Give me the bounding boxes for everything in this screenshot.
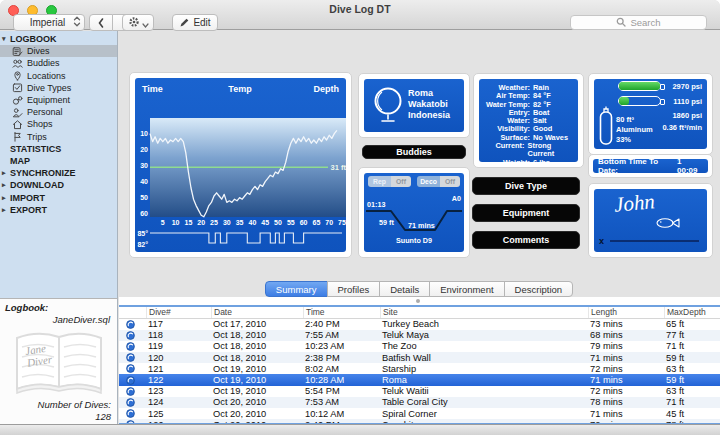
back-button[interactable]: [89, 14, 113, 31]
cell-site: The Zoo: [380, 341, 588, 351]
sidebar-item-dive-types[interactable]: Dive Types: [0, 82, 117, 94]
sidebar-item-trips[interactable]: Trips: [0, 131, 117, 143]
tab-summary[interactable]: Summary: [265, 281, 328, 297]
sidebar-item-buddies[interactable]: Buddies: [0, 57, 117, 69]
dive-icon: [119, 331, 146, 340]
tab-environment[interactable]: Environment: [429, 281, 504, 297]
sidebar-section-map[interactable]: MAP: [0, 155, 117, 167]
chart-label: 71 mins: [408, 221, 435, 230]
disclosure-triangle-icon[interactable]: ▾: [0, 33, 10, 45]
tank-start-pressure-bar: [618, 81, 661, 91]
deco-toggle[interactable]: Deco Off: [417, 176, 460, 187]
rep-on-segment[interactable]: Rep: [368, 176, 391, 187]
sidebar-section-export[interactable]: ▸EXPORT: [0, 204, 117, 216]
deco-on-segment[interactable]: Deco: [417, 176, 440, 187]
table-row[interactable]: 117Oct 17, 20102:40 PMTurkey Beach73 min…: [119, 319, 720, 330]
action-menu-button[interactable]: [122, 14, 154, 31]
dive-icon: [119, 409, 146, 418]
cell-time: 7:53 AM: [303, 397, 380, 407]
units-popup[interactable]: Imperial: [13, 14, 85, 31]
sidebar-section-statistics[interactable]: STATISTICS: [0, 143, 117, 155]
sidebar-item-label: Dive Types: [27, 83, 71, 93]
tab-description[interactable]: Description: [504, 281, 574, 297]
cell-length: 73 mins: [588, 319, 664, 329]
comments-button[interactable]: Comments: [472, 231, 580, 249]
tank-card[interactable]: 2970 psi 1110 psi 1860 psi 0.36 ft³/min …: [588, 73, 713, 155]
cell-length: 72 mins: [588, 364, 664, 374]
shops-icon: [12, 119, 24, 130]
bottom-time-label: Bottom Time To Date:: [598, 157, 677, 175]
weather-row: Current:Strong Current: [483, 142, 574, 159]
window-bottom-bar: [0, 424, 720, 435]
sidebar-item-shops[interactable]: Shops: [0, 118, 117, 130]
splitter-handle[interactable]: [416, 299, 420, 303]
bottom-time-card: Bottom Time To Date: 1 00:09: [588, 154, 713, 178]
equipment-button[interactable]: Equipment: [472, 204, 580, 222]
table-row[interactable]: 118Oct 18, 20107:55 AMTeluk Maya68 mins7…: [119, 330, 720, 341]
table-row[interactable]: 120Oct 18, 20102:38 PMBatfish Wall71 min…: [119, 352, 720, 363]
column-header-site[interactable]: Site: [380, 307, 588, 318]
conditions-card[interactable]: Weather:RainAir Temp:84 °FWater Temp:82 …: [473, 73, 584, 168]
table-row[interactable]: 119Oct 18, 201010:23 AMThe Zoo79 mins71 …: [119, 341, 720, 352]
chart-label: 01:13: [367, 200, 385, 209]
tank-used-pressure: 1860 psi: [672, 111, 702, 120]
chart-label: 20: [140, 146, 148, 153]
sidebar-section-download[interactable]: ▸DOWNLOAD: [0, 179, 117, 191]
column-header-date[interactable]: Date: [211, 307, 303, 318]
disclosure-triangle-icon[interactable]: ▸: [0, 192, 10, 204]
column-header-time[interactable]: Time: [303, 307, 380, 318]
table-row[interactable]: 124Oct 20, 20107:53 AMTable Coral City78…: [119, 397, 720, 408]
tab-details[interactable]: Details: [379, 281, 430, 297]
table-row[interactable]: 125Oct 20, 201010:12 AMSpiral Corner71 m…: [119, 408, 720, 419]
signature-panel: John x: [594, 189, 707, 252]
cell-site: Table Coral City: [380, 397, 588, 407]
sidebar-section-import[interactable]: ▸IMPORT: [0, 191, 117, 203]
table-row[interactable]: 123Oct 19, 20105:54 PMTeluk Waitii72 min…: [119, 386, 720, 397]
column-header-length[interactable]: Length: [588, 307, 664, 318]
bottom-time-value: 1 00:09: [677, 157, 703, 175]
dive-type-button[interactable]: Dive Type: [472, 177, 580, 195]
cell-time: 2:38 PM: [303, 353, 380, 363]
edit-button[interactable]: Edit: [172, 14, 218, 31]
sidebar-item-equipment[interactable]: Equipment: [0, 94, 117, 106]
sidebar-item-locations[interactable]: Locations: [0, 70, 117, 82]
cell-dive: 125: [146, 409, 211, 419]
cell-max_depth: 65 ft: [664, 319, 720, 329]
units-popup-value: Imperial: [22, 17, 73, 28]
column-header-dive-[interactable]: Dive#: [146, 307, 211, 318]
cell-date: Oct 19, 2010: [211, 375, 303, 385]
sidebar-section-synchronize[interactable]: ▸SYNCHRONIZE: [0, 167, 117, 179]
table-row[interactable]: 121Oct 19, 20108:02 AMStarship72 mins63 …: [119, 363, 720, 374]
signature-card[interactable]: John x: [588, 183, 713, 258]
weather-value: Strong Current: [528, 142, 574, 159]
sidebar-section-label: MAP: [10, 156, 30, 166]
rep-toggle[interactable]: Rep Off: [368, 176, 411, 187]
trips-icon: [12, 131, 24, 142]
popup-stepper-icon: [73, 15, 81, 30]
search-input[interactable]: Search: [570, 15, 707, 30]
chart-label: 65: [313, 219, 321, 226]
tab-profiles[interactable]: Profiles: [327, 281, 381, 297]
logbook-owner-name: Jane Diver: [24, 341, 52, 369]
table-row[interactable]: 122Oct 19, 201010:28 AMRoma71 mins59 ft: [119, 374, 720, 385]
dive-type-button-label: Dive Type: [505, 181, 547, 191]
sidebar-section-logbook[interactable]: ▾LOGBOOK: [0, 33, 117, 45]
buddies-button[interactable]: Buddies: [362, 145, 466, 159]
rep-off-segment[interactable]: Off: [391, 176, 411, 187]
cell-time: 2:40 PM: [303, 319, 380, 329]
disclosure-triangle-icon[interactable]: ▸: [0, 179, 10, 191]
column-header-maxdepth[interactable]: MaxDepth: [664, 307, 720, 318]
sidebar-item-dives[interactable]: Dives: [0, 45, 117, 57]
cell-dive: 122: [146, 375, 211, 385]
cell-date: Oct 19, 2010: [211, 386, 303, 396]
deco-off-segment[interactable]: Off: [440, 176, 460, 187]
chart-label: 50: [274, 219, 282, 226]
cell-max_depth: 59 ft: [664, 353, 720, 363]
sidebar-item-personal[interactable]: Personal: [0, 106, 117, 118]
chart-label: 75: [338, 219, 346, 226]
disclosure-triangle-icon[interactable]: ▸: [0, 204, 10, 216]
cell-date: Oct 20, 2010: [211, 409, 303, 419]
dive-site-card[interactable]: Roma Wakatobi Indonesia: [358, 73, 470, 138]
disclosure-triangle-icon[interactable]: ▸: [0, 167, 10, 179]
cell-site: Turkey Beach: [380, 319, 588, 329]
